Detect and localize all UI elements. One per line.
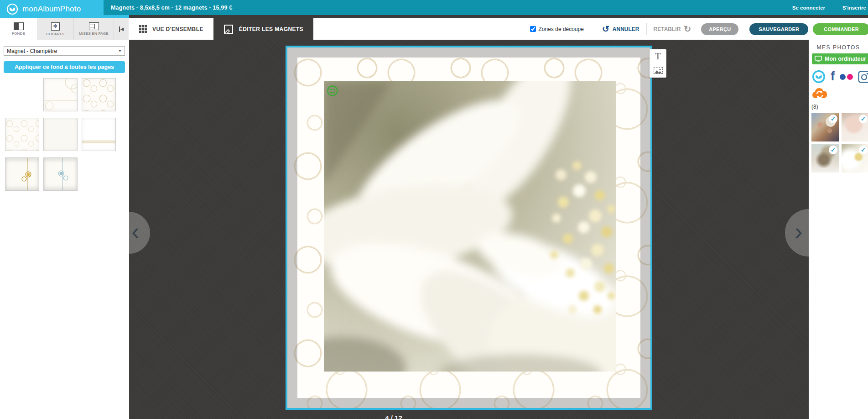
photo-quality-ok-icon bbox=[327, 85, 338, 97]
image-placeholder-icon bbox=[654, 67, 663, 74]
photos-panel-title: MES PHOTOS bbox=[809, 44, 868, 51]
tab-cliparts[interactable]: ✻ CLIPARTS bbox=[37, 18, 74, 40]
background-thumbnail[interactable] bbox=[43, 78, 78, 111]
flickr-blue-dot bbox=[840, 74, 846, 80]
instagram-icon[interactable] bbox=[858, 71, 868, 83]
theme-select-value: Magnet - Champêtre bbox=[7, 48, 57, 54]
background-thumbnail[interactable] bbox=[82, 78, 116, 111]
text-tool-icon: T bbox=[655, 51, 661, 62]
photos-panel: MES PHOTOS Mon ordinateur f bbox=[809, 40, 868, 419]
cut-zones-checkbox[interactable] bbox=[530, 26, 536, 32]
photo-sources: f bbox=[812, 69, 868, 84]
backgrounds-icon bbox=[14, 22, 24, 30]
check-icon: ✓ bbox=[859, 146, 868, 154]
add-text-tool[interactable]: T bbox=[650, 49, 666, 63]
grid-icon bbox=[139, 25, 147, 33]
preview-button[interactable]: APERÇU bbox=[701, 23, 738, 35]
undo-icon: ↺ bbox=[602, 25, 609, 33]
chevron-down-icon: ▼ bbox=[118, 49, 122, 53]
logo-text: monAlbumPhoto bbox=[22, 5, 81, 14]
cut-zones-label: Zones de découpe bbox=[539, 26, 584, 32]
account-links: Se connecter S'inscrire bbox=[792, 0, 866, 15]
tab-fonds[interactable]: FONDS bbox=[0, 18, 37, 40]
background-theme-select[interactable]: Magnet - Champêtre ▼ bbox=[4, 46, 125, 56]
save-button[interactable]: SAUVEGARDER bbox=[749, 23, 808, 35]
edit-magnet-icon bbox=[223, 24, 234, 34]
photo-thumbnail-white-flower[interactable]: ✓ bbox=[842, 144, 868, 173]
background-thumbnail[interactable] bbox=[43, 118, 78, 151]
magnet-canvas[interactable] bbox=[286, 46, 652, 410]
canvas-workspace: T ‹ › 4 / 12 bbox=[129, 40, 809, 419]
monitor-icon bbox=[815, 56, 822, 62]
flickr-pink-dot bbox=[847, 74, 853, 80]
chevron-right-icon: › bbox=[795, 220, 802, 243]
signup-link[interactable]: S'inscrire bbox=[842, 5, 866, 10]
monalbumphoto-logo-icon bbox=[6, 3, 18, 15]
cliparts-icon: ✻ bbox=[51, 22, 60, 31]
tab-edit-magnets[interactable]: ÉDITER LES MAGNETS bbox=[213, 18, 313, 40]
photo-thumbnail-couple-selfie[interactable]: ✓ bbox=[811, 113, 839, 141]
login-link[interactable]: Se connecter bbox=[792, 5, 825, 10]
apply-background-button[interactable]: Appliquer ce fond à toutes les pages bbox=[4, 61, 125, 73]
facebook-icon[interactable]: f bbox=[831, 70, 835, 83]
cut-zones-toggle[interactable]: Zones de découpe bbox=[530, 26, 584, 32]
add-photo-tool[interactable] bbox=[650, 63, 666, 78]
monalbumphoto-source-icon[interactable] bbox=[812, 70, 826, 84]
flickr-icon[interactable] bbox=[840, 74, 853, 80]
previous-page-button[interactable]: ‹ bbox=[129, 212, 150, 254]
white-flower-photo bbox=[324, 81, 616, 372]
canvas-tool-palette: T bbox=[650, 49, 666, 78]
backgrounds-sidebar: FONDS ✻ CLIPARTS MISES EN PAGE ◀ Magnet … bbox=[0, 18, 129, 419]
toolbar-divider bbox=[646, 23, 647, 35]
collapse-arrow-icon: ◀ bbox=[120, 26, 124, 31]
redo-icon: ↻ bbox=[684, 25, 691, 33]
photo-thumbnail-tabby-cat[interactable]: ✓ bbox=[811, 144, 839, 173]
collapse-bar-icon bbox=[119, 26, 120, 32]
redo-button[interactable]: RETABLIR ↻ bbox=[654, 25, 691, 33]
background-thumbnail[interactable] bbox=[82, 118, 116, 151]
photo-thumbnail-white-cat[interactable]: ✓ bbox=[842, 113, 868, 141]
chevron-left-icon: ‹ bbox=[131, 220, 139, 243]
photo-thumbnails: ✓ ✓ ✓ ✓ bbox=[811, 113, 868, 173]
magnet-editor-app: Magnets - 8,5x8,5 cm - 12 magnets - 15,9… bbox=[0, 0, 868, 419]
app-logo[interactable]: monAlbumPhoto bbox=[0, 0, 104, 18]
collapse-sidebar-button[interactable]: ◀ bbox=[114, 18, 129, 40]
cloud-sync-icon[interactable] bbox=[811, 85, 828, 99]
check-icon: ✓ bbox=[859, 115, 868, 123]
order-button[interactable]: COMMANDER bbox=[813, 23, 868, 35]
undo-button[interactable]: ↺ ANNULER bbox=[602, 25, 639, 33]
background-thumbnails bbox=[5, 78, 116, 191]
next-page-button[interactable]: › bbox=[785, 209, 809, 257]
photo-count: (8) bbox=[811, 104, 818, 110]
topbar: Magnets - 8,5x8,5 cm - 12 magnets - 15,9… bbox=[0, 0, 868, 15]
editor-toolbar: VUE D'ENSEMBLE ÉDITER LES MAGNETS Zones … bbox=[129, 18, 868, 40]
product-summary: Magnets - 8,5x8,5 cm - 12 magnets - 15,9… bbox=[111, 0, 232, 15]
magnet-photo[interactable] bbox=[324, 81, 616, 372]
tab-overview[interactable]: VUE D'ENSEMBLE bbox=[129, 18, 213, 40]
background-thumbnail[interactable] bbox=[5, 157, 39, 191]
check-icon: ✓ bbox=[829, 115, 837, 123]
check-icon: ✓ bbox=[829, 146, 837, 154]
tab-mises-en-page[interactable]: MISES EN PAGE bbox=[74, 18, 114, 40]
layouts-icon bbox=[89, 22, 99, 30]
page-indicator: 4 / 12 bbox=[129, 414, 658, 419]
background-thumbnail[interactable] bbox=[5, 118, 39, 151]
sidebar-tabs: FONDS ✻ CLIPARTS MISES EN PAGE ◀ bbox=[0, 18, 129, 40]
my-computer-button[interactable]: Mon ordinateur bbox=[812, 53, 868, 64]
background-thumbnail[interactable] bbox=[43, 157, 78, 191]
